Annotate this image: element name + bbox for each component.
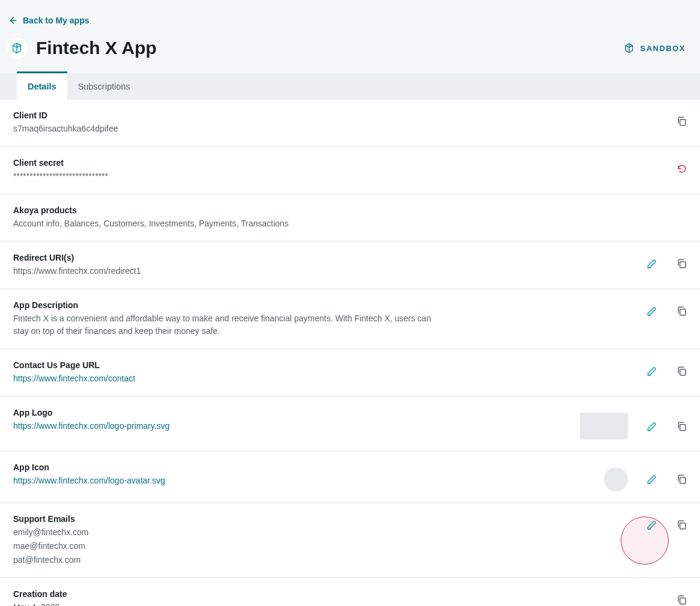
label-support-emails: Support Emails xyxy=(13,514,88,524)
label-client-secret: Client secret xyxy=(13,158,108,168)
app-title: Fintech X App xyxy=(36,38,157,58)
edit-description-button[interactable] xyxy=(646,305,658,317)
label-app-logo: App Logo xyxy=(13,408,169,417)
edit-app-logo-button[interactable] xyxy=(646,420,658,432)
support-email: emily@fintechx.com xyxy=(13,526,88,539)
value-contact-url[interactable]: https://www.fintechx.com/contact xyxy=(13,372,135,385)
edit-icon xyxy=(646,420,658,432)
edit-app-icon-button[interactable] xyxy=(646,473,658,485)
copy-icon xyxy=(676,473,688,485)
value-support-emails: emily@fintechx.com mae@fintechx.com pat@… xyxy=(13,526,88,566)
regenerate-secret-button[interactable] xyxy=(676,163,688,175)
value-description: Fintech X is a convenient and affordable… xyxy=(13,312,446,338)
row-support-emails: Support Emails emily@fintechx.com mae@fi… xyxy=(0,503,700,577)
label-contact-url: Contact Us Page URL xyxy=(13,360,135,370)
row-description: App Description Fintech X is a convenien… xyxy=(0,289,700,348)
value-app-logo[interactable]: https://www.fintechx.com/logo-primary.sv… xyxy=(13,420,169,432)
copy-icon xyxy=(676,420,688,432)
value-app-icon[interactable]: https://www.fintechx.com/logo-avatar.svg xyxy=(13,474,165,487)
back-link[interactable]: Back to My apps xyxy=(0,14,89,26)
copy-app-icon-button[interactable] xyxy=(676,473,688,485)
hex-icon xyxy=(623,42,635,54)
copy-client-id-button[interactable] xyxy=(676,115,688,127)
copy-creation-date-button[interactable] xyxy=(676,594,688,606)
label-app-icon: App Icon xyxy=(13,462,165,472)
arrow-left-icon xyxy=(6,14,18,26)
app-icon-thumbnail xyxy=(604,467,628,491)
copy-support-emails-button[interactable] xyxy=(676,519,688,531)
row-client-id: Client ID s7maq6irsactuhka6c4dpifee xyxy=(0,100,700,146)
row-contact-url: Contact Us Page URL https://www.fintechx… xyxy=(0,350,700,396)
label-products: Akoya products xyxy=(13,205,288,215)
tab-subscriptions[interactable]: Subscriptions xyxy=(67,73,141,100)
environment-badge-label: SANDBOX xyxy=(640,44,686,53)
copy-icon xyxy=(676,305,688,317)
edit-icon xyxy=(646,305,658,317)
edit-icon xyxy=(646,473,658,485)
label-creation-date: Creation date xyxy=(13,589,67,599)
tabs: Details Subscriptions xyxy=(0,73,700,100)
row-app-logo: App Logo https://www.fintechx.com/logo-p… xyxy=(0,397,700,450)
app-logo-thumbnail xyxy=(580,413,628,440)
copy-icon xyxy=(676,115,688,127)
edit-icon xyxy=(646,519,658,531)
copy-app-logo-button[interactable] xyxy=(676,420,688,432)
edit-support-emails-button[interactable] xyxy=(646,519,658,531)
back-link-label: Back to My apps xyxy=(23,16,89,25)
support-email: pat@fintechx.com xyxy=(13,554,88,566)
refresh-icon xyxy=(676,163,688,175)
edit-icon xyxy=(646,365,658,377)
edit-icon xyxy=(646,258,658,270)
row-redirect-uris: Redirect URI(s) https://www.fintechx.com… xyxy=(0,242,700,288)
copy-icon xyxy=(676,594,688,606)
value-client-secret: ***************************** xyxy=(13,170,108,183)
row-client-secret: Client secret **************************… xyxy=(0,147,700,193)
copy-contact-url-button[interactable] xyxy=(676,365,688,377)
tab-details[interactable]: Details xyxy=(17,71,67,100)
row-products: Akoya products Account info, Balances, C… xyxy=(0,195,700,241)
copy-icon xyxy=(676,258,688,270)
label-redirect-uris: Redirect URI(s) xyxy=(13,253,141,262)
app-hex-icon-wrap xyxy=(6,37,28,59)
environment-badge: SANDBOX xyxy=(623,42,686,54)
value-products: Account info, Balances, Customers, Inves… xyxy=(13,217,288,230)
copy-icon xyxy=(676,365,688,377)
row-app-icon: App Icon https://www.fintechx.com/logo-a… xyxy=(0,452,700,502)
hex-icon xyxy=(10,41,23,55)
label-client-id: Client ID xyxy=(13,111,118,120)
copy-icon xyxy=(676,519,688,531)
edit-contact-url-button[interactable] xyxy=(646,365,658,377)
support-email: mae@fintechx.com xyxy=(13,540,88,553)
value-creation-date: May 4, 2023 xyxy=(13,601,67,606)
edit-redirect-uris-button[interactable] xyxy=(646,258,658,270)
label-description: App Description xyxy=(13,300,446,310)
value-client-id: s7maq6irsactuhka6c4dpifee xyxy=(13,123,118,135)
row-creation-date: Creation date May 4, 2023 xyxy=(0,578,700,606)
app-header: Fintech X App SANDBOX xyxy=(0,29,700,73)
copy-description-button[interactable] xyxy=(676,305,688,317)
value-redirect-uris: https://www.fintechx.com/redirect1 xyxy=(13,265,141,277)
copy-redirect-uris-button[interactable] xyxy=(676,258,688,270)
